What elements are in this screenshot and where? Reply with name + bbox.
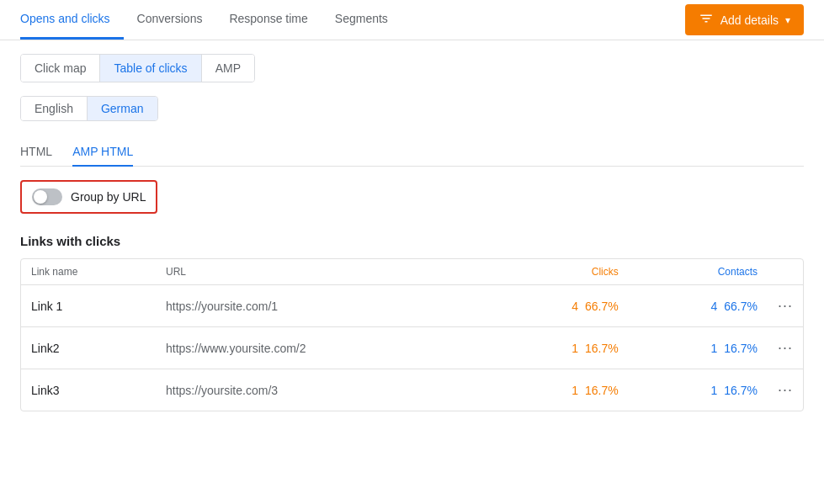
clicks-pct: 16.7% [585, 342, 619, 355]
contacts-pct: 66.7% [724, 300, 758, 313]
cell-contacts: 1 16.7% [629, 327, 768, 369]
main-content: Click map Table of clicks AMP English Ge… [0, 40, 824, 425]
clicks-count: 4 [571, 300, 578, 313]
cell-contacts: 4 66.7% [629, 285, 768, 327]
cell-link-name: Link 1 [21, 285, 156, 327]
contacts-count: 4 [711, 300, 718, 313]
contacts-pct: 16.7% [724, 342, 758, 355]
cell-url: https://yoursite.com/3 [156, 369, 490, 411]
cell-clicks: 1 16.7% [490, 327, 629, 369]
contacts-count: 1 [711, 342, 718, 355]
top-navigation: Opens and clicks Conversions Response ti… [0, 0, 824, 40]
tab-amp[interactable]: AMP [202, 55, 254, 82]
cell-contacts: 1 16.7% [629, 369, 768, 411]
table-row: Link 1 https://yoursite.com/1 4 66.7% 4 … [21, 285, 803, 327]
cell-clicks: 1 16.7% [490, 369, 629, 411]
view-tab-group: Click map Table of clicks AMP [20, 54, 255, 82]
nav-tabs: Opens and clicks Conversions Response ti… [20, 0, 401, 40]
sub-tab-amp-html[interactable]: AMP HTML [72, 138, 133, 167]
row-actions-button[interactable]: ··· [778, 381, 793, 398]
tab-click-map[interactable]: Click map [21, 55, 100, 82]
clicks-pct: 16.7% [585, 384, 619, 397]
group-by-url-toggle-wrapper[interactable]: Group by URL [20, 180, 157, 214]
col-header-link-name: Link name [21, 259, 156, 285]
table-row: Link3 https://yoursite.com/3 1 16.7% 1 1… [21, 369, 803, 411]
clicks-count: 1 [571, 384, 578, 397]
contacts-pct: 16.7% [724, 384, 758, 397]
links-table-container: Link name URL Clicks Contacts Link 1 htt… [20, 258, 804, 411]
tab-table-of-clicks[interactable]: Table of clicks [100, 55, 201, 82]
sub-tab-html[interactable]: HTML [20, 138, 52, 167]
chevron-down-icon: ▾ [785, 14, 790, 26]
table-row: Link2 https://www.yoursite.com/2 1 16.7%… [21, 327, 803, 369]
col-header-url: URL [156, 259, 490, 285]
clicks-pct: 66.7% [585, 300, 619, 313]
clicks-count: 1 [571, 342, 578, 355]
group-by-url-label: Group by URL [71, 190, 146, 204]
col-header-actions [768, 259, 803, 285]
links-section-title: Links with clicks [20, 234, 804, 248]
toggle-knob [34, 190, 47, 204]
cell-url: https://yoursite.com/1 [156, 285, 490, 327]
language-group: English German [20, 96, 158, 121]
cell-clicks: 4 66.7% [490, 285, 629, 327]
tab-response-time[interactable]: Response time [215, 0, 321, 40]
filter-icon [699, 11, 714, 29]
tab-conversions[interactable]: Conversions [124, 0, 216, 40]
cell-link-name: Link3 [21, 369, 156, 411]
col-header-contacts: Contacts [629, 259, 768, 285]
row-actions-button[interactable]: ··· [778, 297, 793, 314]
links-table: Link name URL Clicks Contacts Link 1 htt… [21, 259, 803, 411]
cell-url: https://www.yoursite.com/2 [156, 327, 490, 369]
tab-segments[interactable]: Segments [322, 0, 401, 40]
col-header-clicks: Clicks [490, 259, 629, 285]
contacts-count: 1 [711, 384, 718, 397]
cell-link-name: Link2 [21, 327, 156, 369]
lang-english[interactable]: English [21, 97, 88, 120]
group-by-url-toggle[interactable] [32, 188, 62, 205]
row-actions-button[interactable]: ··· [778, 339, 793, 356]
add-details-button[interactable]: Add details ▾ [685, 4, 804, 35]
tab-opens-clicks[interactable]: Opens and clicks [20, 0, 124, 40]
sub-tab-group: HTML AMP HTML [20, 138, 804, 167]
lang-german[interactable]: German [88, 97, 157, 120]
